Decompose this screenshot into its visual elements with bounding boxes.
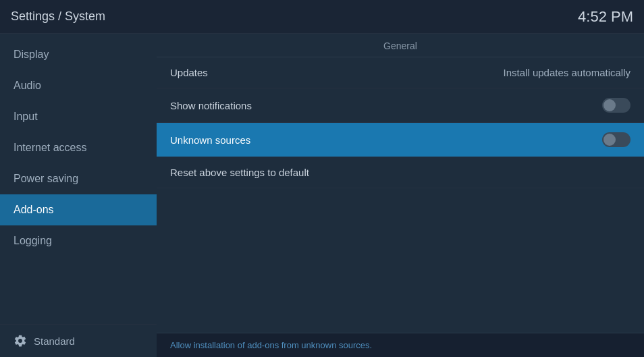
sidebar-item-internet-access[interactable]: Internet access	[0, 132, 157, 163]
sidebar-item-add-ons[interactable]: Add-ons	[0, 194, 157, 225]
setting-notifications-label: Show notifications	[170, 100, 252, 111]
unknown-sources-toggle[interactable]	[602, 132, 630, 147]
setting-updates-label: Updates	[170, 67, 208, 78]
sidebar-item-label: Audio	[14, 80, 41, 92]
sidebar-spacer	[0, 256, 157, 324]
sidebar-item-label: Internet access	[14, 142, 87, 154]
sidebar-item-power-saving[interactable]: Power saving	[0, 163, 157, 194]
page-title: Settings / System	[11, 9, 105, 24]
sidebar-item-display[interactable]: Display	[0, 39, 157, 70]
sidebar-item-label: Logging	[14, 235, 52, 247]
setting-reset-label: Reset above settings to default	[170, 167, 309, 178]
content-area: General Updates Install updates automati…	[157, 34, 644, 357]
status-text: Allow installation of add-ons from unkno…	[170, 340, 372, 350]
sidebar-item-logging[interactable]: Logging	[0, 225, 157, 256]
sidebar-item-label: Display	[14, 49, 49, 61]
sidebar: Display Audio Input Internet access Powe…	[0, 34, 157, 357]
setting-reset[interactable]: Reset above settings to default	[157, 157, 644, 188]
notifications-toggle[interactable]	[602, 98, 630, 113]
sidebar-item-label: Input	[14, 111, 38, 123]
sidebar-profile[interactable]: Standard	[0, 324, 157, 357]
setting-updates[interactable]: Updates Install updates automatically	[157, 57, 644, 88]
sidebar-item-audio[interactable]: Audio	[0, 70, 157, 101]
setting-show-notifications[interactable]: Show notifications	[157, 88, 644, 123]
header: Settings / System 4:52 PM	[0, 0, 644, 34]
sidebar-item-label: Power saving	[14, 173, 78, 185]
sidebar-item-input[interactable]: Input	[0, 101, 157, 132]
gear-icon	[14, 334, 27, 348]
main-layout: Display Audio Input Internet access Powe…	[0, 34, 644, 357]
setting-updates-value: Install updates automatically	[504, 67, 630, 78]
profile-label: Standard	[34, 335, 75, 347]
setting-unknown-sources[interactable]: Unknown sources	[157, 123, 644, 157]
section-header: General	[157, 34, 644, 57]
sidebar-item-label: Add-ons	[14, 204, 54, 216]
content-inner: General Updates Install updates automati…	[157, 34, 644, 333]
setting-unknown-sources-label: Unknown sources	[170, 134, 250, 146]
clock: 4:52 PM	[578, 8, 633, 26]
status-bar: Allow installation of add-ons from unkno…	[157, 333, 644, 357]
